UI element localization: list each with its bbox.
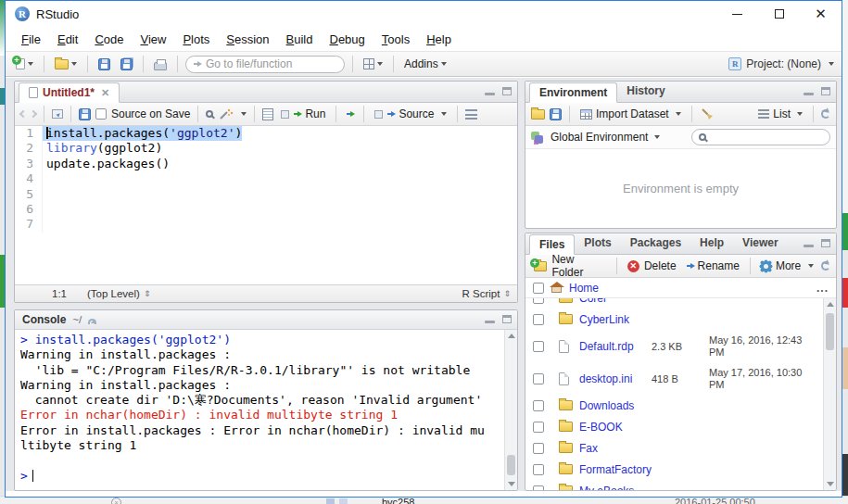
scroll-down-icon[interactable] <box>505 478 517 490</box>
pane-maximize-icon[interactable] <box>821 87 830 95</box>
new-file-button[interactable]: + <box>13 57 36 71</box>
pane-minimize-icon[interactable] <box>804 93 814 95</box>
file-name[interactable]: FormatFactory <box>579 463 652 476</box>
console-scrollbar[interactable] <box>504 330 517 490</box>
file-name[interactable]: CyberLink <box>579 313 652 326</box>
pane-minimize-icon[interactable] <box>485 321 495 323</box>
compile-notebook-icon[interactable] <box>262 108 273 120</box>
file-name[interactable]: desktop.ini <box>579 372 652 385</box>
file-row[interactable]: Corel <box>533 298 823 309</box>
select-all-checkbox[interactable] <box>533 283 544 294</box>
pane-minimize-icon[interactable] <box>804 245 814 247</box>
more-button[interactable]: More <box>758 258 816 274</box>
row-checkbox[interactable] <box>533 298 544 304</box>
row-checkbox[interactable] <box>533 373 544 384</box>
find-replace-icon[interactable] <box>206 110 213 118</box>
scroll-thumb[interactable] <box>826 313 834 350</box>
refresh-icon[interactable] <box>821 109 830 119</box>
open-file-button[interactable] <box>52 57 80 71</box>
pane-minimize-icon[interactable] <box>485 93 495 95</box>
tab-environment[interactable]: Environment <box>529 82 617 103</box>
code-tools-icon[interactable] <box>218 107 234 120</box>
menu-code[interactable]: Code <box>86 29 132 50</box>
environment-search[interactable] <box>691 129 830 145</box>
file-name[interactable]: Corel <box>579 298 652 305</box>
print-button[interactable] <box>151 57 170 72</box>
row-checkbox[interactable] <box>533 485 544 491</box>
file-row[interactable]: CyberLink <box>533 309 823 330</box>
tab-untitled1[interactable]: Untitled1* ✕ <box>19 82 120 103</box>
row-checkbox[interactable] <box>533 400 544 411</box>
scroll-down-icon[interactable] <box>824 478 836 490</box>
tab-help[interactable]: Help <box>690 233 733 254</box>
file-row[interactable]: E-BOOK <box>533 416 823 437</box>
menu-view[interactable]: View <box>132 29 174 50</box>
menu-plots[interactable]: Plots <box>174 29 218 50</box>
files-scrollbar[interactable] <box>823 298 836 490</box>
back-icon[interactable] <box>19 110 27 118</box>
scroll-up-icon[interactable] <box>505 330 517 342</box>
load-workspace-icon[interactable] <box>531 109 545 120</box>
refresh-icon[interactable] <box>821 261 830 271</box>
tab-plots[interactable]: Plots <box>575 233 620 254</box>
menu-build[interactable]: Build <box>278 29 322 50</box>
tab-viewer[interactable]: Viewer <box>733 233 787 254</box>
tab-packages[interactable]: Packages <box>621 233 690 254</box>
console-path[interactable]: ~/ <box>72 314 82 325</box>
row-checkbox[interactable] <box>533 341 544 352</box>
source-on-save-checkbox[interactable] <box>95 108 107 120</box>
import-dataset-button[interactable]: Import Dataset <box>577 106 684 122</box>
environment-search-input[interactable] <box>711 131 813 145</box>
file-row[interactable]: Downloads <box>533 395 823 416</box>
save-all-button[interactable] <box>118 57 135 72</box>
goto-file-search[interactable] <box>185 56 345 73</box>
menu-help[interactable]: Help <box>418 29 460 50</box>
tab-history[interactable]: History <box>617 82 674 102</box>
pane-maximize-icon[interactable] <box>502 87 512 95</box>
maximize-button[interactable] <box>758 1 800 27</box>
open-in-window-icon[interactable] <box>52 109 63 119</box>
rerun-button[interactable] <box>344 111 356 117</box>
menu-tools[interactable]: Tools <box>373 29 418 50</box>
save-workspace-icon[interactable] <box>550 108 562 120</box>
code-editor[interactable]: 1install.packages('ggplot2')2library(ggp… <box>15 126 517 284</box>
delete-button[interactable]: ✕Delete <box>625 258 679 274</box>
file-row[interactable]: My eBooks <box>533 480 823 490</box>
row-checkbox[interactable] <box>533 314 544 325</box>
scroll-thumb[interactable] <box>507 455 515 475</box>
new-folder-button[interactable]: +New Folder <box>531 251 609 281</box>
save-icon[interactable] <box>79 108 91 120</box>
file-row[interactable]: FormatFactory <box>533 459 823 480</box>
minimize-button[interactable] <box>716 1 758 27</box>
rename-button[interactable]: Rename <box>684 258 742 274</box>
file-name[interactable]: E-BOOK <box>579 421 652 434</box>
file-name[interactable]: Downloads <box>579 399 652 412</box>
console-output[interactable]: > install.packages('ggplot2')Warning in … <box>15 330 504 490</box>
row-checkbox[interactable] <box>533 443 544 454</box>
scope-selector[interactable]: (Top Level)⇕ <box>87 288 149 299</box>
goto-file-input[interactable] <box>206 57 317 70</box>
scroll-up-icon[interactable] <box>824 298 836 310</box>
popout-icon[interactable] <box>88 319 96 324</box>
breadcrumb-overflow[interactable]: ... <box>816 282 829 295</box>
file-row[interactable]: Default.rdp2.3 KBMay 16, 2016, 12:43 PM <box>533 330 823 362</box>
menu-session[interactable]: Session <box>218 29 277 50</box>
file-name[interactable]: Default.rdp <box>579 340 652 353</box>
list-view-button[interactable]: List <box>755 106 805 122</box>
save-button[interactable] <box>95 57 113 72</box>
tab-files[interactable]: Files <box>529 234 575 255</box>
run-button[interactable]: Run <box>278 106 328 122</box>
file-row[interactable]: desktop.ini418 BMay 17, 2016, 10:30 PM <box>533 362 823 395</box>
menu-file[interactable]: File <box>13 29 49 50</box>
addins-button[interactable]: Addins <box>401 56 449 72</box>
environment-scope-selector[interactable]: Global Environment <box>548 129 663 145</box>
pane-layout-button[interactable] <box>361 57 386 71</box>
source-button[interactable]: Source <box>372 106 449 122</box>
menu-edit[interactable]: Edit <box>49 29 86 50</box>
document-outline-icon[interactable] <box>465 109 477 120</box>
project-selector[interactable]: R Project: (None) <box>728 57 834 70</box>
clear-broom-icon[interactable] <box>700 107 714 120</box>
row-checkbox[interactable] <box>533 464 544 475</box>
pane-maximize-icon[interactable] <box>821 239 830 247</box>
file-name[interactable]: My eBooks <box>579 485 652 491</box>
